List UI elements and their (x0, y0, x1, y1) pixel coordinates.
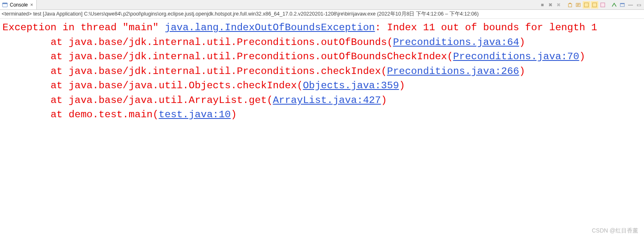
svg-rect-4 (584, 3, 588, 7)
paren-close: ) (519, 66, 525, 77)
paren-close: ) (519, 37, 525, 48)
show-when-stderr-icon[interactable] (591, 1, 598, 9)
paren-close: ) (399, 80, 405, 91)
close-icon[interactable]: × (29, 2, 34, 8)
stack-frame: at demo.test.main( (2, 109, 159, 120)
terminated-prefix: <terminated> (2, 11, 32, 17)
exception-class-link[interactable]: java.lang.IndexOutOfBoundsException (165, 22, 375, 33)
launch-path: test [Java Application] C:\Users\qwe84\.… (32, 11, 479, 17)
stack-frame: at java.base/java.util.Objects.checkInde… (2, 80, 303, 91)
svg-rect-8 (620, 3, 624, 4)
tab-bar: Console × ■ ✖ ✖ — ▭ (0, 0, 644, 10)
console-tab-label: Console (10, 2, 28, 8)
source-link[interactable]: test.java:10 (159, 109, 230, 120)
source-link[interactable]: Preconditions.java:64 (393, 37, 519, 48)
svg-rect-1 (2, 3, 7, 4)
svg-rect-6 (601, 3, 605, 7)
console-output: Exception in thread "main" java.lang.Ind… (0, 19, 644, 124)
display-selected-icon[interactable] (610, 1, 618, 9)
exception-msg: : Index 11 out of bounds for length 1 (375, 22, 597, 33)
show-when-stdout-icon[interactable] (583, 1, 590, 9)
console-icon (2, 2, 8, 8)
scroll-lock-icon[interactable] (575, 1, 582, 9)
launch-status-line: <terminated> test [Java Application] C:\… (0, 10, 644, 19)
pin-console-icon[interactable] (599, 1, 606, 9)
paren-close: ) (231, 109, 237, 120)
source-link[interactable]: Preconditions.java:70 (453, 51, 579, 62)
console-toolbar: ■ ✖ ✖ — ▭ (539, 0, 644, 9)
svg-rect-2 (568, 4, 572, 7)
exception-head: Exception in thread "main" (2, 22, 165, 33)
console-tab[interactable]: Console × (0, 0, 37, 9)
source-link[interactable]: ArrayList.java:427 (273, 95, 381, 106)
terminate-icon[interactable]: ■ (539, 1, 546, 9)
svg-rect-5 (593, 3, 597, 7)
remove-all-icon[interactable]: ✖ (555, 1, 562, 9)
source-link[interactable]: Objects.java:359 (303, 80, 399, 91)
open-console-icon[interactable] (619, 1, 626, 9)
remove-launch-icon[interactable]: ✖ (547, 1, 554, 9)
paren-close: ) (381, 95, 387, 106)
maximize-icon[interactable]: ▭ (635, 1, 642, 9)
stack-frame: at java.base/java.util.ArrayList.get( (2, 95, 273, 106)
stack-frame: at java.base/jdk.internal.util.Precondit… (2, 66, 387, 77)
clear-icon[interactable] (566, 1, 574, 9)
stack-frame: at java.base/jdk.internal.util.Precondit… (2, 37, 393, 48)
minimize-icon[interactable]: — (627, 1, 634, 9)
paren-close: ) (579, 51, 585, 62)
watermark: CSDN @红目香薰 (592, 227, 638, 235)
source-link[interactable]: Preconditions.java:266 (387, 66, 519, 77)
stack-frame: at java.base/jdk.internal.util.Precondit… (2, 51, 453, 62)
